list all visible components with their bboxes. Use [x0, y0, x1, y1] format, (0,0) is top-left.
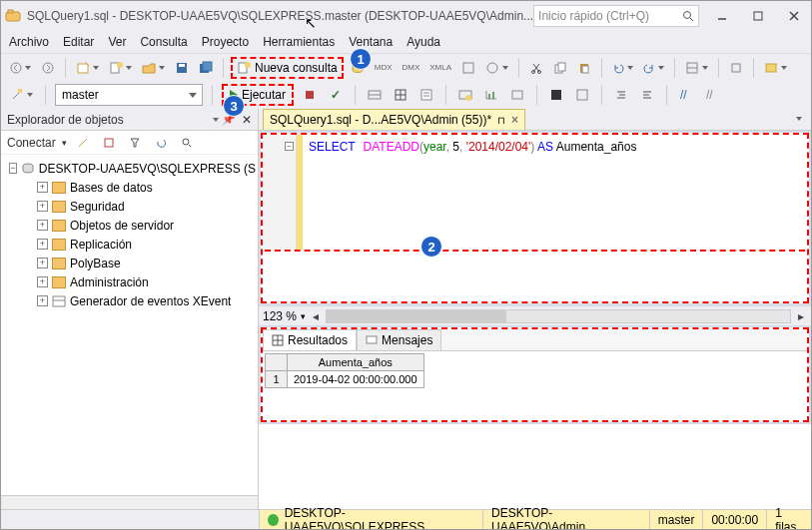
- tab-messages[interactable]: Mensajes: [357, 329, 441, 350]
- cut-button[interactable]: [526, 57, 546, 79]
- zoom-value[interactable]: 123 %: [263, 309, 297, 323]
- save-all-button[interactable]: [196, 57, 216, 79]
- horizontal-scrollbar[interactable]: [1, 495, 258, 509]
- tree-node[interactable]: +PolyBase: [3, 254, 256, 272]
- comment-button[interactable]: //: [676, 84, 696, 106]
- profiler-button[interactable]: [458, 57, 478, 79]
- tree-node[interactable]: +Generador de eventos XEvent: [3, 291, 256, 310]
- svg-rect-66: [367, 336, 377, 343]
- new-project-button[interactable]: [73, 57, 102, 79]
- filter-icon[interactable]: [125, 132, 145, 154]
- svg-rect-20: [463, 63, 473, 73]
- menu-ayuda[interactable]: Ayuda: [406, 35, 440, 49]
- copy-button[interactable]: [550, 57, 570, 79]
- tree-node[interactable]: +Replicación: [3, 235, 256, 254]
- menu-ver[interactable]: Ver: [108, 35, 126, 49]
- solution-button[interactable]: [682, 57, 711, 79]
- menu-archivo[interactable]: Archivo: [9, 35, 49, 49]
- xmla-button[interactable]: XMLA: [426, 57, 454, 79]
- quick-launch-input[interactable]: Inicio rápido (Ctrl+Q): [533, 5, 699, 27]
- results-text-button[interactable]: [416, 84, 436, 106]
- properties-button[interactable]: [726, 57, 746, 79]
- tool-a-icon[interactable]: [572, 84, 592, 106]
- horizontal-scrollbar[interactable]: [326, 309, 791, 323]
- menu-consulta[interactable]: Consulta: [140, 35, 187, 49]
- outdent-button[interactable]: [637, 84, 657, 106]
- menu-herramientas[interactable]: Herramientas: [263, 35, 335, 49]
- cell-value[interactable]: 2019-04-02 00:00:00.000: [288, 371, 424, 388]
- parse-button[interactable]: ✓: [326, 84, 346, 106]
- column-header[interactable]: Aumenta_años: [288, 354, 424, 371]
- activity-button[interactable]: [482, 57, 511, 79]
- pin-tab-icon[interactable]: ⊓: [497, 115, 505, 126]
- nav-back-button[interactable]: [7, 57, 34, 79]
- results-grid[interactable]: Aumenta_años 1 2019-04-02 00:00:00.000: [263, 351, 807, 390]
- new-query-button[interactable]: Nueva consulta: [231, 57, 344, 79]
- new-item-button[interactable]: [106, 57, 135, 79]
- uncomment-button[interactable]: //: [702, 84, 722, 106]
- redo-button[interactable]: [640, 57, 667, 79]
- refresh-icon[interactable]: [151, 132, 171, 154]
- collapse-icon[interactable]: −: [9, 163, 17, 174]
- expand-icon[interactable]: +: [37, 258, 48, 268]
- connection-button[interactable]: [7, 84, 36, 106]
- tree-node[interactable]: +Bases de datos: [3, 178, 256, 197]
- save-button[interactable]: [172, 57, 192, 79]
- stop-conn-icon[interactable]: [99, 132, 119, 154]
- menu-ventana[interactable]: Ventana: [349, 35, 393, 49]
- tab-list-icon[interactable]: [787, 108, 807, 130]
- paste-button[interactable]: [574, 57, 594, 79]
- indent-button[interactable]: [611, 84, 631, 106]
- token-arg2: 5: [449, 140, 459, 154]
- connect-button[interactable]: Conectar: [7, 136, 56, 150]
- minimize-button[interactable]: [709, 6, 735, 26]
- fold-icon[interactable]: −: [285, 142, 294, 151]
- expand-icon[interactable]: +: [37, 182, 48, 193]
- menu-editar[interactable]: Editar: [63, 35, 94, 49]
- options-button[interactable]: [761, 57, 790, 79]
- nav-forward-button[interactable]: [38, 57, 58, 79]
- database-selector[interactable]: master: [55, 84, 203, 106]
- scroll-left-icon[interactable]: ◂: [310, 305, 322, 327]
- database-value: master: [62, 88, 99, 102]
- token-as: AS: [534, 140, 553, 154]
- plan-actual-button[interactable]: [455, 84, 475, 106]
- maximize-button[interactable]: [745, 6, 771, 26]
- client-stats-button[interactable]: [507, 84, 527, 106]
- plan-estimated-button[interactable]: [365, 84, 385, 106]
- results-grid-button[interactable]: [391, 84, 410, 106]
- tree-root[interactable]: − DESKTOP-UAAE5VQ\SQLEXPRESS (S: [3, 159, 256, 178]
- expand-icon[interactable]: +: [37, 220, 48, 231]
- svg-text://: //: [706, 89, 713, 101]
- row-number[interactable]: 1: [266, 371, 288, 388]
- open-button[interactable]: [139, 57, 168, 79]
- mdx-button[interactable]: MDX: [372, 57, 396, 79]
- undo-button[interactable]: [609, 57, 636, 79]
- expand-icon[interactable]: +: [37, 201, 48, 212]
- sql-editor[interactable]: SELECT DATEADD(year, 5, '2014/02/04') AS…: [303, 135, 807, 250]
- expand-icon[interactable]: +: [37, 239, 48, 250]
- scroll-right-icon[interactable]: ▸: [795, 305, 807, 327]
- tree-node-label: Seguridad: [70, 200, 125, 214]
- tab-results[interactable]: Resultados: [263, 329, 357, 350]
- live-stats-button[interactable]: [481, 84, 501, 106]
- document-tab[interactable]: SQLQuery1.sql - D...AE5VQ\Admin (55))* ⊓…: [263, 109, 525, 130]
- search-tree-icon[interactable]: [177, 132, 197, 154]
- tree-node[interactable]: +Administración: [3, 272, 256, 291]
- sqlcmd-button[interactable]: [546, 84, 566, 106]
- chevron-down-icon[interactable]: ▾: [301, 311, 306, 321]
- menu-proyecto[interactable]: Proyecto: [202, 35, 249, 49]
- object-tree[interactable]: − DESKTOP-UAAE5VQ\SQLEXPRESS (S +Bases d…: [1, 155, 258, 495]
- panel-options-icon[interactable]: [207, 109, 222, 131]
- svg-rect-61: [53, 296, 65, 306]
- close-tab-icon[interactable]: ×: [511, 113, 518, 127]
- disconnect-icon[interactable]: [73, 132, 93, 154]
- tree-node[interactable]: +Objetos de servidor: [3, 216, 256, 235]
- close-button[interactable]: [781, 6, 807, 26]
- stop-button[interactable]: [300, 84, 320, 106]
- tree-node[interactable]: +Seguridad: [3, 197, 256, 216]
- dmx-button[interactable]: DMX: [400, 57, 423, 79]
- panel-close-icon[interactable]: ✕: [242, 113, 252, 127]
- expand-icon[interactable]: +: [37, 276, 48, 287]
- expand-icon[interactable]: +: [37, 295, 48, 306]
